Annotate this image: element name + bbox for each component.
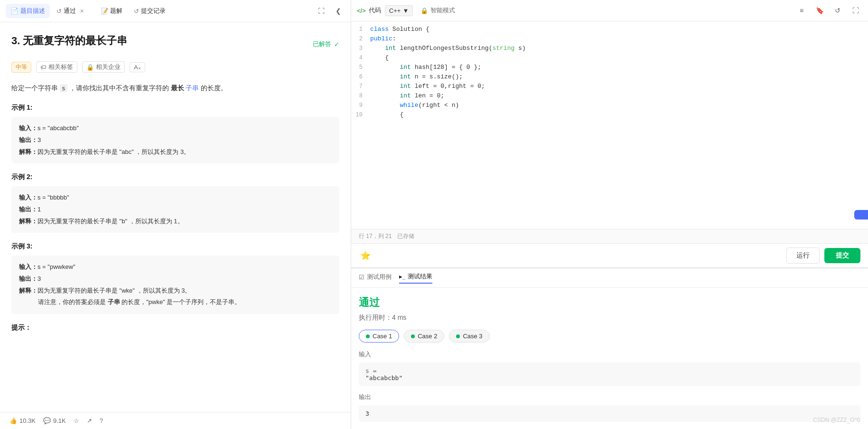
case-tabs: Case 1 Case 2 Case 3 bbox=[359, 330, 860, 343]
ex3-input-val: s = "pwwkew" bbox=[37, 263, 75, 270]
code-line-1: 1 class Solution { bbox=[351, 25, 868, 35]
example-3-content: 输入：s = "pwwkew" 输出：3 解释：因为无重复字符的最长子串是 "w… bbox=[11, 256, 339, 314]
tab-problem[interactable]: 📄 题目描述 bbox=[6, 4, 50, 18]
problem-tags: 中等 🏷 相关标签 🔒 相关企业 Aₓ bbox=[11, 61, 339, 73]
tab-editorial[interactable]: 📝 题解 bbox=[96, 4, 127, 18]
code-tab-icon: </> bbox=[357, 7, 366, 14]
left-header: 📄 题目描述 ↺ 通过 ✕ 📝 题解 ↺ 提交记录 ⛶ ❮ bbox=[0, 0, 351, 22]
ex2-input-label: 输入： bbox=[19, 194, 37, 201]
test-case-tab[interactable]: ☑ 测试用例 bbox=[359, 273, 392, 283]
input-label: 输入 bbox=[359, 350, 860, 359]
link-substring[interactable]: 子串 bbox=[186, 84, 199, 92]
related-tags-btn[interactable]: 🏷 相关标签 bbox=[36, 61, 77, 73]
like-btn[interactable]: 👍 10.3K bbox=[9, 417, 36, 424]
bookmark-btn[interactable]: 🔖 bbox=[813, 4, 826, 17]
line-num-1: 1 bbox=[351, 26, 370, 33]
hints-section: 提示： bbox=[11, 324, 339, 332]
pass-tab-close[interactable]: ✕ bbox=[78, 7, 85, 15]
test-result-tab[interactable]: ▶_ 测试结果 bbox=[399, 272, 432, 284]
case-1-tab[interactable]: Case 1 bbox=[359, 330, 399, 343]
star-action-btn[interactable]: ⭐ bbox=[359, 249, 372, 262]
run-button[interactable]: 运行 bbox=[786, 248, 820, 264]
line-num-4: 4 bbox=[351, 54, 370, 61]
left-content: 3. 无重复字符的最长子串 已解答 ✓ 中等 🏷 相关标签 🔒 相关企业 Aₓ bbox=[0, 22, 351, 412]
fullscreen-btn[interactable]: ⛶ bbox=[849, 4, 862, 17]
ex3-input-label: 输入： bbox=[19, 263, 37, 270]
font-btn[interactable]: Aₓ bbox=[130, 62, 145, 72]
solved-badge: 已解答 ✓ bbox=[313, 40, 339, 48]
input-var-val: "abcabcbb" bbox=[365, 374, 402, 381]
like-icon: 👍 bbox=[9, 417, 17, 424]
ex1-explain-val: 因为无重复字符的最长子串是 "abc" ，所以其长度为 3。 bbox=[37, 148, 190, 155]
left-footer: 👍 10.3K 💬 9.1K ☆ ↗ ? bbox=[0, 412, 351, 429]
undo-btn[interactable]: ↺ bbox=[831, 4, 844, 17]
case-3-dot bbox=[456, 334, 460, 338]
test-panel: ☑ 测试用例 ▶_ 测试结果 通过 执行用时：4 ms Case 1 C bbox=[351, 267, 868, 429]
editor-container[interactable]: 1 class Solution { 2 public: 3 int lengt… bbox=[351, 21, 868, 229]
ex2-explain-val: 因为无重复字符的最长子串是 "b" ，所以其长度为 1。 bbox=[37, 218, 184, 225]
lang-select[interactable]: C++ ▼ bbox=[385, 5, 413, 16]
submit-button[interactable]: 提交 bbox=[824, 248, 860, 263]
collapse-left-btn[interactable]: ❮ bbox=[332, 4, 345, 18]
menu-btn[interactable]: ≡ bbox=[795, 4, 808, 17]
code-header-right: ≡ 🔖 ↺ ⛶ bbox=[795, 4, 862, 17]
lang-value: C++ bbox=[389, 7, 401, 14]
line-num-6: 6 bbox=[351, 73, 370, 80]
example-1: 示例 1: 输入：s = "abcabcbb" 输出：3 解释：因为无重复字符的… bbox=[11, 104, 339, 163]
share-btn[interactable]: ↗ bbox=[87, 417, 92, 424]
line-code-6: int n = s.size(); bbox=[370, 73, 868, 80]
code-line-3: 3 int lengthOfLongestSubstring(string s) bbox=[351, 44, 868, 54]
code-header: </> 代码 C++ ▼ 🔒 智能模式 ≡ 🔖 ↺ ⛶ bbox=[351, 0, 868, 21]
example-2-content: 输入：s = "bbbbb" 输出：1 解释：因为无重复字符的最长子串是 "b"… bbox=[11, 186, 339, 233]
smart-mode-toggle[interactable]: 🔒 智能模式 bbox=[417, 5, 459, 16]
code-line-8: 8 int len = 0; bbox=[351, 92, 868, 101]
line-code-9: while(right < n) bbox=[370, 102, 868, 109]
star-btn[interactable]: ☆ bbox=[74, 417, 79, 424]
test-tabs: ☑ 测试用例 ▶_ 测试结果 bbox=[351, 268, 868, 288]
ex1-input-val: s = "abcabcbb" bbox=[37, 124, 79, 132]
output-value-box: 3 bbox=[359, 405, 860, 422]
ex3-keyword-substr: 子串 bbox=[108, 298, 120, 305]
testresult-label: 测试结果 bbox=[408, 272, 432, 281]
help-btn[interactable]: ? bbox=[100, 417, 103, 424]
example-2: 示例 2: 输入：s = "bbbbb" 输出：1 解释：因为无重复字符的最长子… bbox=[11, 173, 339, 233]
keyword-longest: 最长 bbox=[171, 84, 184, 92]
tab-submissions[interactable]: ↺ 提交记录 bbox=[129, 4, 170, 18]
tag-icon: 🏷 bbox=[40, 64, 47, 71]
translate-fab[interactable]: 译 bbox=[854, 210, 868, 219]
comment-btn[interactable]: 💬 9.1K bbox=[43, 417, 66, 424]
line-num-8: 8 bbox=[351, 92, 370, 99]
problem-tab-label: 题目描述 bbox=[20, 7, 45, 15]
example-1-title: 示例 1: bbox=[11, 104, 339, 112]
ex1-input-label: 输入： bbox=[19, 124, 37, 132]
line-code-7: int left = 0,right = 0; bbox=[370, 83, 868, 90]
check-icon: ✓ bbox=[334, 41, 339, 48]
output-val: 3 bbox=[365, 410, 369, 417]
ex2-explain-label: 解释： bbox=[19, 218, 37, 225]
line-code-2: public: bbox=[370, 35, 868, 42]
testresult-icon: ▶_ bbox=[399, 274, 405, 280]
case-3-tab[interactable]: Case 3 bbox=[449, 330, 489, 343]
tag-label: 相关标签 bbox=[48, 63, 73, 71]
exec-time: 执行用时：4 ms bbox=[359, 314, 860, 322]
tab-pass[interactable]: ↺ 通过 ✕ bbox=[52, 4, 90, 18]
case-2-tab[interactable]: Case 2 bbox=[404, 330, 444, 343]
lang-arrow-icon: ▼ bbox=[402, 7, 409, 14]
example-1-content: 输入：s = "abcabcbb" 输出：3 解释：因为无重复字符的最长子串是 … bbox=[11, 117, 339, 163]
star-icon: ☆ bbox=[74, 417, 79, 424]
code-line-4: 4 { bbox=[351, 54, 868, 63]
line-code-8: int len = 0; bbox=[370, 92, 868, 99]
action-bar: ⭐ 运行 提交 bbox=[351, 243, 868, 267]
related-companies-btn[interactable]: 🔒 相关企业 bbox=[82, 61, 125, 73]
case-3-label: Case 3 bbox=[463, 333, 482, 340]
ex3-output-val: 3 bbox=[37, 275, 41, 282]
code-tab[interactable]: </> 代码 bbox=[357, 6, 381, 15]
share-icon: ↗ bbox=[87, 417, 92, 424]
lock-icon: 🔒 bbox=[86, 64, 94, 71]
font-label: Aₓ bbox=[134, 64, 141, 71]
code-line-9: 9 while(right < n) bbox=[351, 101, 868, 111]
line-num-3: 3 bbox=[351, 45, 370, 52]
expand-left-btn[interactable]: ⛶ bbox=[315, 4, 328, 18]
ex3-explain-val1: 因为无重复字符的最长子串是 "wke" ，所以其长度为 3。 bbox=[37, 287, 191, 294]
code-editor-area[interactable]: 1 class Solution { 2 public: 3 int lengt… bbox=[351, 21, 868, 229]
